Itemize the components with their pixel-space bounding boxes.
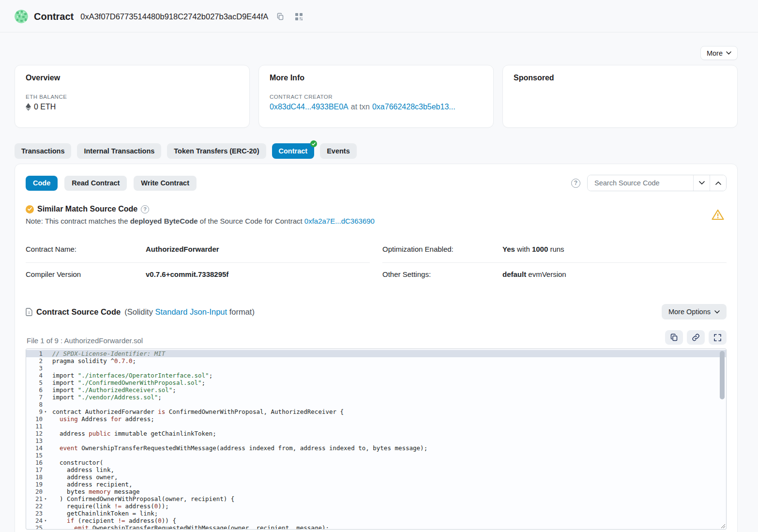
source-search-group xyxy=(587,175,727,191)
contract-meta: Contract Name: AuthorizedForwarder Compi… xyxy=(26,238,727,288)
chevron-down-icon xyxy=(714,310,720,314)
more-options-label: More Options xyxy=(668,308,711,316)
contract-panel: Code Read Contract Write Contract ? xyxy=(15,164,738,532)
tab-contract-label: Contract xyxy=(279,147,308,155)
contract-avatar-icon xyxy=(15,10,28,23)
search-next-button[interactable] xyxy=(693,175,710,191)
more-button[interactable]: More xyxy=(700,46,738,60)
file-icon xyxy=(26,308,32,316)
code-lines: 1// SPDX-License-Identifier: MIT2pragma … xyxy=(26,350,726,530)
code-line-23: 23 getChainlinkToken = link; xyxy=(26,510,726,517)
code-line-6: 6import "./AuthorizedReceiver.sol"; xyxy=(26,386,726,394)
page-title: Contract xyxy=(34,11,74,22)
eth-balance-label: ETH BALANCE xyxy=(26,94,239,100)
verified-check-icon xyxy=(310,140,317,147)
code-line-8: 8 xyxy=(26,401,726,408)
search-source-input[interactable] xyxy=(588,175,693,191)
source-code-heading: Contract Source Code (Solidity Standard … xyxy=(26,307,255,317)
at-txn-text: at txn xyxy=(351,103,370,111)
expand-icon[interactable] xyxy=(709,330,727,345)
meta-right-column: Optimization Enabled: Yes with 1000 runs… xyxy=(382,238,727,288)
code-line-1: 1// SPDX-License-Identifier: MIT xyxy=(26,350,726,357)
code-line-20: 20 bytes memory message xyxy=(26,488,726,495)
tab-contract[interactable]: Contract xyxy=(272,143,315,159)
page-header: Contract 0xA3f07D6773514480b918C2742b027… xyxy=(0,0,758,32)
subtab-code[interactable]: Code xyxy=(26,176,58,191)
creator-address-link[interactable]: 0x83dC44...4933BE0A xyxy=(270,103,349,111)
compiler-version-label: Compiler Version xyxy=(26,270,146,278)
overview-title: Overview xyxy=(26,74,239,82)
code-actions xyxy=(665,330,727,345)
optimization-label: Optimization Enabled: xyxy=(382,245,502,253)
search-prev-button[interactable] xyxy=(710,175,726,191)
code-line-10: 10 using Address for address; xyxy=(26,415,726,423)
code-line-2: 2pragma solidity ^0.7.0; xyxy=(26,357,726,365)
overview-card: Overview ETH BALANCE 0 ETH xyxy=(15,65,250,128)
similar-match-check-icon xyxy=(26,205,34,213)
code-line-21: 21▾ ) ConfirmedOwnerWithProposal(owner, … xyxy=(26,495,726,502)
code-line-11: 11 xyxy=(26,423,726,430)
code-line-9: 9▾contract AuthorizedForwarder is Confir… xyxy=(26,408,726,415)
contract-address: 0xA3f07D6773514480b918C2742b027b3acD9E44… xyxy=(80,12,268,21)
creation-txn-link[interactable]: 0xa7662428c3b5eb13... xyxy=(372,103,455,111)
source-code-editor[interactable]: 1// SPDX-License-Identifier: MIT2pragma … xyxy=(26,349,727,530)
code-line-5: 5import "./ConfirmedOwnerWithProposal.so… xyxy=(26,379,726,386)
qr-code-icon[interactable] xyxy=(292,10,305,23)
contract-name-label: Contract Name: xyxy=(26,245,146,253)
other-settings-value: default evmVersion xyxy=(502,270,566,278)
editor-scrollbar[interactable] xyxy=(720,351,725,399)
code-line-25: 25 emit OwnershipTransferRequestedWithMe… xyxy=(26,524,726,530)
code-line-16: 16 constructor( xyxy=(26,459,726,466)
eth-balance-value: 0 ETH xyxy=(34,103,56,111)
tab-events[interactable]: Events xyxy=(320,143,357,159)
code-line-4: 4import "./interfaces/OperatorInterface.… xyxy=(26,372,726,379)
more-info-card: More Info CONTRACT CREATOR 0x83dC44...49… xyxy=(258,65,494,128)
summary-cards: Overview ETH BALANCE 0 ETH More Info CON… xyxy=(15,65,738,128)
more-options-button[interactable]: More Options xyxy=(662,304,727,319)
subtab-read-contract[interactable]: Read Contract xyxy=(64,176,127,191)
code-line-13: 13 xyxy=(26,437,726,444)
sponsored-card: Sponsored xyxy=(502,65,738,128)
optimization-value: Yes with 1000 runs xyxy=(502,245,564,253)
contract-name-value: AuthorizedForwarder xyxy=(146,245,219,253)
tab-internal-transactions[interactable]: Internal Transactions xyxy=(77,143,161,159)
copy-source-icon[interactable] xyxy=(665,330,683,345)
similar-match-question-icon[interactable]: ? xyxy=(141,205,149,213)
compiler-version-value: v0.7.6+commit.7338295f xyxy=(146,270,228,278)
subtab-write-contract[interactable]: Write Contract xyxy=(134,176,197,191)
similar-match-title: Similar Match Source Code xyxy=(37,205,137,213)
source-code-title: Contract Source Code xyxy=(36,307,121,317)
link-icon[interactable] xyxy=(687,330,705,345)
code-line-18: 18 address owner, xyxy=(26,473,726,481)
code-line-7: 7import "./vendor/Address.sol"; xyxy=(26,394,726,401)
topbar: More xyxy=(0,32,758,60)
warning-triangle-icon[interactable] xyxy=(711,209,725,221)
sponsored-title: Sponsored xyxy=(514,74,727,82)
similar-match-note: Note: This contract matches the deployed… xyxy=(26,217,375,225)
chevron-down-icon xyxy=(726,51,731,55)
code-line-17: 17 address link, xyxy=(26,466,726,473)
optimization-row: Optimization Enabled: Yes with 1000 runs xyxy=(382,238,727,263)
help-question-icon[interactable]: ? xyxy=(571,179,580,188)
tab-transactions[interactable]: Transactions xyxy=(15,143,71,159)
contract-name-row: Contract Name: AuthorizedForwarder xyxy=(26,238,370,263)
main-tabs: Transactions Internal Transactions Token… xyxy=(15,143,743,159)
resize-handle-icon[interactable] xyxy=(721,524,726,529)
json-input-link[interactable]: Standard Json-Input xyxy=(155,307,227,316)
file-info: File 1 of 9 : AuthorizedForwarder.sol xyxy=(26,336,143,345)
more-info-title: More Info xyxy=(270,74,483,82)
matched-contract-link[interactable]: 0xfa2a7E...dC363690 xyxy=(304,217,375,225)
code-line-22: 22 require(link != address(0)); xyxy=(26,502,726,510)
more-button-label: More xyxy=(707,49,723,57)
other-settings-row: Other Settings: default evmVersion xyxy=(382,263,727,288)
code-line-3: 3 xyxy=(26,365,726,372)
contract-creator-label: CONTRACT CREATOR xyxy=(270,94,483,100)
compiler-version-row: Compiler Version v0.7.6+commit.7338295f xyxy=(26,263,370,288)
code-line-19: 19 address recipient, xyxy=(26,481,726,488)
eth-diamond-icon xyxy=(26,103,31,111)
tab-token-transfers[interactable]: Token Transfers (ERC-20) xyxy=(167,143,266,159)
copy-address-icon[interactable] xyxy=(274,10,287,23)
code-line-15: 15 xyxy=(26,452,726,459)
similar-match-section: Similar Match Source Code ? Note: This c… xyxy=(26,205,727,225)
code-line-12: 12 address public immutable getChainlink… xyxy=(26,430,726,437)
